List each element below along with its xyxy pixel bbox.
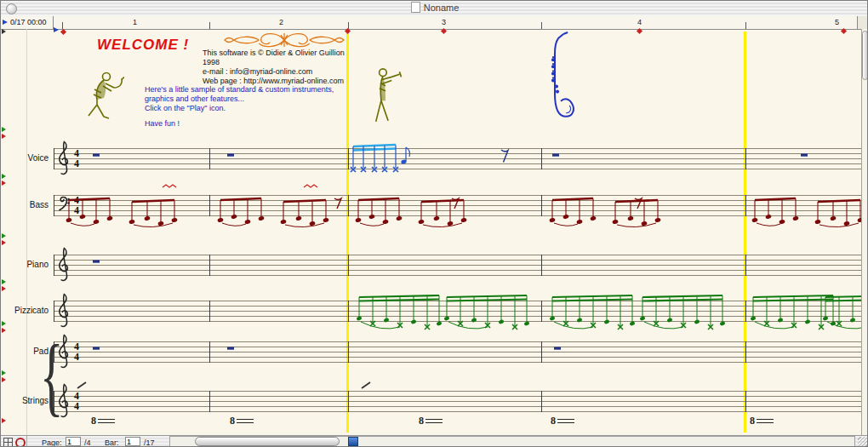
expand-icon[interactable] <box>2 29 9 34</box>
track-mute-marker[interactable] <box>2 377 9 382</box>
statusbar-divider <box>26 436 27 447</box>
window-title: Noname <box>424 3 460 13</box>
bar-number-5: 5 <box>835 18 839 26</box>
track-play-marker[interactable] <box>2 321 9 326</box>
page-label: Page: <box>42 438 62 447</box>
bar-marker-icon <box>60 29 66 35</box>
stave-label-pizzicato[interactable]: Pizzicato <box>4 306 49 315</box>
title-bar[interactable]: Noname <box>1 1 868 17</box>
scroll-position-marker[interactable] <box>348 437 358 446</box>
credit-email: e-mail : info@myriad-online.com <box>203 67 312 76</box>
ottava-mark: 8 <box>91 415 115 427</box>
app-window: Noname 0/17 00:00 1 2 3 4 5 WELCOME ! <box>0 0 868 447</box>
track-play-marker[interactable] <box>2 233 9 238</box>
info-line: Here's a little sample of standard & cus… <box>145 85 334 94</box>
ottava-mark: 8 <box>551 415 574 427</box>
vertical-scrollbar-thumb[interactable] <box>862 31 868 80</box>
horn-player-image <box>77 69 124 124</box>
bar-number-2: 2 <box>279 18 283 26</box>
info-line: Click on the "Play" icon. <box>145 104 226 112</box>
resize-grip[interactable] <box>858 437 868 447</box>
ruler-tick <box>745 22 746 29</box>
track-mute-marker[interactable] <box>2 134 9 139</box>
ornament-flourish-image <box>222 30 348 50</box>
pad-notes-layer[interactable] <box>54 329 865 380</box>
page-total: /4 <box>84 438 91 447</box>
close-button[interactable] <box>6 3 17 14</box>
page-input[interactable] <box>66 437 81 446</box>
horizontal-scrollbar-thumb[interactable] <box>195 437 340 446</box>
credit-line: 1998 <box>203 58 220 66</box>
piano-notes-layer[interactable] <box>54 242 865 293</box>
credit-line: This software is © Didier & Olivier Guil… <box>203 49 345 57</box>
stave-label-bass[interactable]: Bass <box>4 200 49 209</box>
ottava-mark: 8 <box>750 415 774 427</box>
grid-icon[interactable] <box>3 438 13 447</box>
track-mute-marker[interactable] <box>2 181 9 186</box>
bass-notes-layer[interactable] <box>54 182 865 233</box>
track-mute-marker[interactable] <box>2 286 9 291</box>
bar-input[interactable] <box>125 437 140 446</box>
ottava-mark: 8 <box>419 415 443 427</box>
track-play-marker[interactable] <box>2 127 9 132</box>
info-line: graphics and other features... <box>145 95 244 103</box>
window-title-row: Noname <box>1 1 868 15</box>
track-mute-marker[interactable] <box>2 240 9 245</box>
track-mute-marker[interactable] <box>2 328 9 333</box>
track-mute-marker[interactable] <box>2 418 9 423</box>
vertical-scrollbar[interactable] <box>861 29 868 435</box>
bar-number-1: 1 <box>133 18 137 26</box>
welcome-headline: WELCOME ! <box>97 37 189 54</box>
ruler-tick <box>209 22 210 29</box>
bar-number-3: 3 <box>442 18 446 26</box>
saxophone-image <box>534 32 578 130</box>
track-play-marker[interactable] <box>2 370 9 375</box>
stave-label-strings[interactable]: Strings <box>4 396 49 405</box>
play-icon[interactable] <box>3 20 10 25</box>
trumpet-player-image <box>367 66 403 127</box>
bar-ruler[interactable] <box>1 16 868 30</box>
bar-total: /17 <box>144 438 155 447</box>
ruler-corner-box[interactable] <box>857 16 868 29</box>
stave-label-voice[interactable]: Voice <box>4 153 49 163</box>
credit-webpage: Web page : http://www.myriad-online.com <box>203 77 344 85</box>
bar-number-4: 4 <box>637 18 642 26</box>
document-icon <box>411 2 420 13</box>
sidebar-divider <box>26 29 27 435</box>
track-play-marker[interactable] <box>2 279 9 284</box>
bar-label: Bar: <box>105 438 119 447</box>
target-icon[interactable] <box>15 438 26 447</box>
strings-notes-layer[interactable] <box>54 378 865 429</box>
track-play-marker[interactable] <box>2 174 9 179</box>
info-line: Have fun ! <box>145 119 180 128</box>
voice-notes-layer[interactable] <box>54 135 865 186</box>
ottava-mark: 8 <box>230 415 254 427</box>
stave-label-piano[interactable]: Piano <box>4 260 49 269</box>
ruler-tick <box>541 22 542 29</box>
